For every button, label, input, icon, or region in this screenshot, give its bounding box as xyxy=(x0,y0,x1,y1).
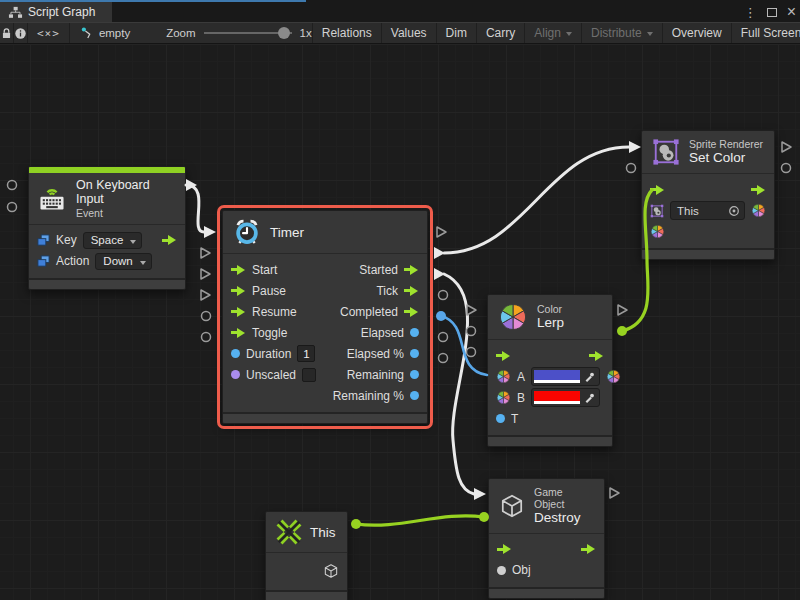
port-timer-toggle[interactable]: Toggle xyxy=(231,326,287,340)
ext-port-setcolor-target[interactable] xyxy=(627,164,636,173)
info-button[interactable] xyxy=(14,23,28,43)
node-set-color[interactable]: Sprite Renderer Set Color This xyxy=(641,130,775,260)
maximize-icon[interactable] xyxy=(767,8,777,17)
wire-completed-to-destroy[interactable] xyxy=(444,274,474,494)
eyedropper-icon[interactable] xyxy=(584,371,595,382)
overview-button[interactable]: Overview xyxy=(662,23,731,43)
values-button[interactable]: Values xyxy=(381,23,436,43)
zoom-control: Zoom 1x xyxy=(166,27,312,39)
wire-start-timer-tick[interactable] xyxy=(434,247,445,259)
port-timer-elapsed-percent[interactable]: Elapsed % xyxy=(347,347,419,361)
node-color-lerp[interactable]: Color Lerp A xyxy=(487,294,613,447)
fullscreen-button[interactable]: Full Screen xyxy=(731,23,800,43)
zoom-slider[interactable] xyxy=(204,27,292,39)
distribute-button[interactable]: Distribute xyxy=(581,23,662,43)
port-lerp-t[interactable]: T xyxy=(511,412,518,426)
port-this-gameobject-out[interactable] xyxy=(323,563,339,579)
port-timer-elapsed[interactable]: Elapsed xyxy=(361,326,419,340)
node-title: On Keyboard Input xyxy=(76,178,177,207)
port-setcolor-flow-in[interactable] xyxy=(650,185,665,195)
port-destroy-flow-out[interactable] xyxy=(581,544,596,554)
color-a-swatch[interactable] xyxy=(534,370,580,383)
node-on-keyboard-input[interactable]: On Keyboard Input Event Key Space Action… xyxy=(28,166,186,290)
wire-start-keyboard-out[interactable] xyxy=(186,179,197,191)
wire-arrow-timer-start[interactable] xyxy=(204,226,216,238)
zoom-slider-handle[interactable] xyxy=(278,27,290,39)
port-setcolor-result-out[interactable] xyxy=(751,203,766,218)
port-destroy-flow-in[interactable] xyxy=(497,544,512,554)
port-setcolor-color-in[interactable] xyxy=(650,224,665,239)
wire-arrow-setcolor-flow[interactable] xyxy=(629,141,641,153)
ext-port-timer-duration[interactable] xyxy=(202,312,211,321)
port-lerp-flow-in[interactable] xyxy=(496,351,511,361)
target-object-field[interactable]: This xyxy=(670,201,745,220)
object-picker-icon[interactable] xyxy=(728,205,740,217)
align-button[interactable]: Align xyxy=(524,23,581,43)
ext-port-lerp-a[interactable] xyxy=(467,327,476,336)
action-dropdown[interactable]: Down xyxy=(95,253,151,270)
wire-start-timer-completed[interactable] xyxy=(434,268,445,280)
wire-elapsed-to-lerp-t[interactable] xyxy=(441,316,487,375)
window-menu-icon[interactable]: ⋮ xyxy=(744,6,757,19)
ext-port-destroy-flow-out[interactable] xyxy=(610,488,619,498)
port-lerp-flow-out[interactable] xyxy=(589,351,604,361)
node-this[interactable]: This xyxy=(265,511,348,600)
dim-button[interactable]: Dim xyxy=(436,23,476,43)
ext-port-keyboard-action[interactable] xyxy=(8,203,17,212)
tab-script-graph[interactable]: Script Graph xyxy=(0,2,112,22)
ext-port-lerp-b[interactable] xyxy=(467,348,476,357)
color-b-field[interactable] xyxy=(531,388,600,407)
port-lerp-a[interactable]: A xyxy=(517,370,525,384)
lock-button[interactable] xyxy=(0,23,14,43)
port-timer-duration[interactable]: Duration 1 xyxy=(231,345,315,362)
port-timer-start[interactable]: Start xyxy=(231,263,277,277)
port-timer-remaining[interactable]: Remaining xyxy=(347,368,419,382)
port-timer-completed[interactable]: Completed xyxy=(340,305,419,319)
unscaled-checkbox[interactable] xyxy=(302,368,316,382)
port-lerp-b[interactable]: B xyxy=(517,391,525,405)
ext-port-lerp-flow-in[interactable] xyxy=(467,305,476,315)
node-destroy[interactable]: Game Object Destroy Obj xyxy=(488,478,605,599)
ext-port-setcolor-result[interactable] xyxy=(782,164,791,173)
wire-keyboard-to-timer[interactable] xyxy=(186,185,204,232)
ext-port-timer-resume[interactable] xyxy=(201,269,210,279)
eyedropper-icon[interactable] xyxy=(584,392,595,403)
ext-port-setcolor-flow-out[interactable] xyxy=(782,142,791,152)
port-timer-resume[interactable]: Resume xyxy=(231,305,297,319)
port-keyboard-trigger-out[interactable] xyxy=(162,235,177,245)
carry-button[interactable]: Carry xyxy=(476,23,524,43)
port-timer-unscaled[interactable]: Unscaled xyxy=(231,368,316,382)
close-icon[interactable]: × xyxy=(787,4,796,20)
port-timer-pause[interactable]: Pause xyxy=(231,284,286,298)
wire-this-to-destroy-obj[interactable] xyxy=(356,516,484,525)
wire-start-elapsed-percent[interactable] xyxy=(436,311,446,321)
ext-port-lerp-flow-out[interactable] xyxy=(618,305,627,315)
ext-port-timer-toggle[interactable] xyxy=(201,290,210,300)
color-a-field[interactable] xyxy=(531,367,600,386)
port-lerp-result-out[interactable] xyxy=(606,369,621,384)
wire-arrow-destroy-flow[interactable] xyxy=(474,488,486,500)
port-timer-started[interactable]: Started xyxy=(359,263,419,277)
port-timer-remaining-percent[interactable]: Remaining % xyxy=(333,389,419,403)
ext-port-timer-remaining-percent[interactable] xyxy=(439,354,448,363)
port-destroy-obj[interactable]: Obj xyxy=(512,563,531,577)
inspect-button[interactable]: <×> xyxy=(28,23,70,43)
wire-start-this-out[interactable] xyxy=(351,519,361,529)
port-setcolor-flow-out[interactable] xyxy=(751,185,766,195)
key-dropdown[interactable]: Space xyxy=(83,232,143,249)
ext-port-keyboard-key[interactable] xyxy=(8,181,17,190)
ext-port-timer-remaining[interactable] xyxy=(439,333,448,342)
relations-button[interactable]: Relations xyxy=(312,23,381,43)
graph-canvas[interactable]: On Keyboard Input Event Key Space Action… xyxy=(0,44,800,600)
graph-pointer[interactable]: empty xyxy=(70,26,140,40)
ext-port-timer-pause[interactable] xyxy=(201,248,210,258)
ext-port-timer-unscaled[interactable] xyxy=(202,333,211,342)
ext-port-timer-elapsed[interactable] xyxy=(439,291,448,300)
port-timer-tick[interactable]: Tick xyxy=(376,284,419,298)
wire-start-lerp-result[interactable] xyxy=(617,326,627,336)
node-timer[interactable]: Timer Start Started Pause xyxy=(222,210,428,424)
color-b-swatch[interactable] xyxy=(534,391,580,404)
wire-tick-to-setcolor[interactable] xyxy=(444,147,629,253)
ext-port-timer-started[interactable] xyxy=(437,227,446,237)
duration-input[interactable]: 1 xyxy=(297,345,315,362)
